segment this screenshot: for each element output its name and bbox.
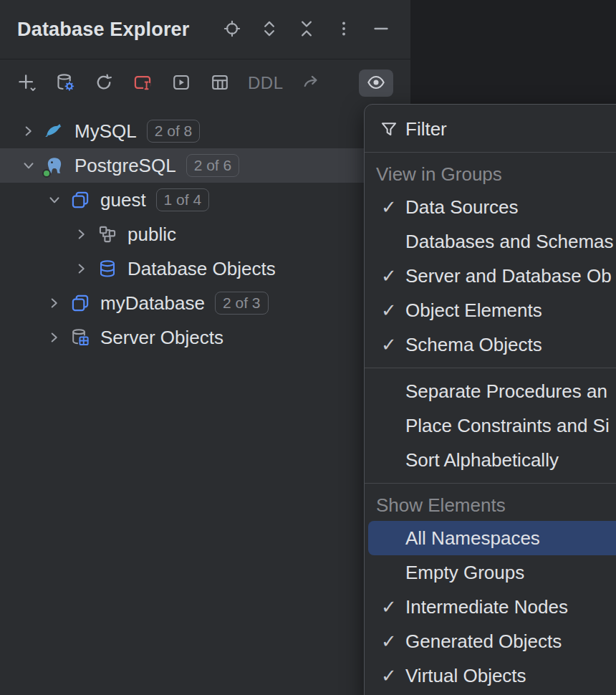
refresh-button[interactable] <box>93 72 115 94</box>
menu-item-label: Databases and Schemas <box>405 231 614 253</box>
menu-item-label: Place Constraints and Si <box>405 415 610 437</box>
menu-item-label: Data Sources <box>405 196 519 219</box>
tree-row-mydatabase[interactable]: myDatabase 2 of 3 <box>0 286 410 320</box>
menu-item-virtual-objects[interactable]: ✓ Virtual Objects <box>365 658 616 693</box>
tree-label: Server Objects <box>100 327 223 349</box>
menu-item-object-elements[interactable]: ✓ Object Elements <box>365 293 616 327</box>
table-view-button[interactable] <box>209 72 231 94</box>
check-icon: ✓ <box>379 597 399 617</box>
tree-row-server-objects[interactable]: Server Objects <box>0 320 410 355</box>
play-button[interactable] <box>170 72 192 94</box>
navigate-arrow-icon <box>302 72 322 95</box>
menu-item-label: Filter <box>405 118 447 140</box>
menu-item-server-and-database-objects[interactable]: ✓ Server and Database Ob <box>365 259 616 293</box>
count-badge: 1 of 4 <box>156 188 210 211</box>
tree-label: MySQL <box>74 120 137 143</box>
red-console-cursor-icon <box>133 72 153 95</box>
crosshair-icon <box>223 19 241 40</box>
check-icon: ✓ <box>379 335 399 355</box>
menu-item-label: Server and Database Ob <box>405 265 612 287</box>
menu-item-sort-alphabetically[interactable]: Sort Alphabetically <box>365 443 616 477</box>
chevron-down-icon[interactable] <box>46 191 63 208</box>
application-window: Database Explorer <box>0 0 616 695</box>
count-badge: 2 of 8 <box>147 120 201 143</box>
database-tree: MySQL 2 of 8 PostgreSQL 2 of 6 guest 1 o… <box>0 107 410 355</box>
tree-label: PostgreSQL <box>74 155 176 177</box>
expand-all-icon <box>260 19 279 40</box>
navigate-to-editor-button[interactable] <box>301 72 322 94</box>
menu-item-label: Virtual Objects <box>405 665 526 687</box>
chevron-right-icon[interactable] <box>46 294 63 312</box>
data-source-properties-button[interactable] <box>54 72 76 94</box>
menu-separator <box>365 368 616 368</box>
play-box-icon <box>171 72 191 95</box>
refresh-icon <box>94 72 114 95</box>
chevron-down-icon[interactable] <box>20 157 37 174</box>
more-options-button[interactable] <box>333 19 355 40</box>
check-icon: ✓ <box>379 266 399 286</box>
tree-row-public[interactable]: public <box>0 217 410 251</box>
menu-item-label: Empty Groups <box>405 562 524 584</box>
menu-item-generated-objects[interactable]: ✓ Generated Objects <box>365 624 616 658</box>
tree-row-mysql[interactable]: MySQL 2 of 8 <box>0 114 410 148</box>
database-gear-icon <box>55 72 75 95</box>
expand-all-button[interactable] <box>259 19 280 40</box>
menu-item-empty-groups[interactable]: Empty Groups <box>365 555 616 590</box>
schema-icon <box>97 224 117 244</box>
database-explorer-panel: Database Explorer <box>0 0 410 695</box>
chevron-right-icon[interactable] <box>73 260 90 277</box>
panel-toolbar: DDL <box>0 59 410 107</box>
ddl-button[interactable]: DDL <box>248 73 284 93</box>
server-objects-icon <box>70 327 90 348</box>
kebab-menu-icon <box>335 19 353 40</box>
tree-label: guest <box>100 189 146 211</box>
menu-item-data-sources[interactable]: ✓ Data Sources <box>365 190 616 224</box>
panel-titlebar: Database Explorer <box>0 0 410 59</box>
check-icon: ✓ <box>379 197 399 217</box>
menu-item-all-namespaces[interactable]: All Namespaces <box>368 521 616 555</box>
menu-item-separate-procedures[interactable]: Separate Procedures an <box>365 374 616 408</box>
menu-separator <box>365 152 616 153</box>
minimize-icon <box>372 19 390 40</box>
menu-item-databases-and-schemas[interactable]: Databases and Schemas <box>365 224 616 259</box>
database-node-icon <box>70 293 90 313</box>
chevron-right-icon[interactable] <box>73 226 90 243</box>
menu-separator <box>365 483 616 484</box>
database-node-icon <box>70 190 90 210</box>
tree-row-guest[interactable]: guest 1 of 4 <box>0 183 410 217</box>
table-icon <box>210 72 230 95</box>
menu-item-place-constraints[interactable]: Place Constraints and Si <box>365 408 616 443</box>
database-objects-icon <box>97 259 117 279</box>
count-badge: 2 of 6 <box>186 154 240 177</box>
view-options-button[interactable] <box>359 70 393 97</box>
postgresql-elephant-icon <box>44 155 64 176</box>
connected-status-dot <box>42 169 51 178</box>
titlebar-actions <box>221 19 392 40</box>
chevron-right-icon[interactable] <box>20 123 37 140</box>
menu-item-filter[interactable]: Filter <box>365 112 616 146</box>
query-console-button[interactable] <box>132 72 153 94</box>
mysql-dolphin-icon <box>44 121 64 141</box>
check-icon: ✓ <box>379 631 399 651</box>
tree-label: Database Objects <box>127 258 276 280</box>
new-item-button[interactable] <box>16 72 37 94</box>
menu-item-label: Generated Objects <box>405 631 562 653</box>
menu-header-show-elements: Show Elements <box>365 489 616 521</box>
menu-item-intermediate-nodes[interactable]: ✓ Intermediate Nodes <box>365 590 616 624</box>
check-icon: ✓ <box>379 666 399 686</box>
collapse-all-button[interactable] <box>296 19 317 40</box>
tree-row-database-objects[interactable]: Database Objects <box>0 251 410 286</box>
locate-button[interactable] <box>221 19 243 40</box>
menu-item-label: Sort Alphabetically <box>405 449 559 471</box>
tree-label: myDatabase <box>100 292 205 315</box>
chevron-right-icon[interactable] <box>46 329 63 346</box>
tree-row-postgresql[interactable]: PostgreSQL 2 of 6 <box>0 148 410 183</box>
menu-item-label: Object Elements <box>405 299 542 322</box>
menu-item-label: Intermediate Nodes <box>405 596 568 618</box>
count-badge: 2 of 3 <box>215 292 269 315</box>
menu-item-schema-objects[interactable]: ✓ Schema Objects <box>365 327 616 362</box>
check-icon: ✓ <box>379 300 399 320</box>
menu-item-label: Separate Procedures an <box>405 380 607 403</box>
hide-panel-button[interactable] <box>370 19 392 40</box>
plus-icon <box>16 72 37 95</box>
